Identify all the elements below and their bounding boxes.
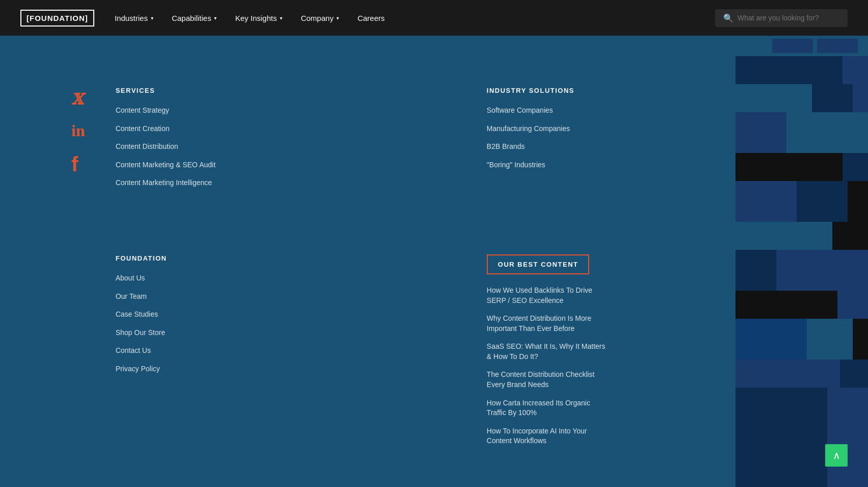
- deco-block: [735, 153, 843, 181]
- deco-block: [843, 56, 868, 84]
- social-sidebar: 𝕏 in f: [71, 87, 85, 487]
- scroll-up-button[interactable]: ∧: [825, 444, 848, 467]
- deco-block: [735, 388, 827, 487]
- link-content-marketing-intelligence[interactable]: Content Marketing Intelligence: [116, 178, 456, 188]
- link-content-strategy[interactable]: Content Strategy: [116, 106, 456, 116]
- deco-block: [735, 250, 776, 291]
- deco-block: [827, 388, 868, 487]
- navbar: [FOUNDATION] Industries ▾ Capabilities ▾…: [0, 0, 868, 36]
- accent-bar: [0, 36, 868, 56]
- deco-block: [735, 56, 843, 84]
- deco-block: [735, 84, 812, 112]
- x-twitter-icon[interactable]: 𝕏: [71, 92, 85, 107]
- link-our-team[interactable]: Our Team: [116, 292, 456, 302]
- deco-block: [735, 360, 840, 388]
- deco-block: [840, 360, 868, 388]
- nav-links: Industries ▾ Capabilities ▾ Key Insights…: [115, 14, 695, 22]
- deco-block: [837, 291, 868, 319]
- deco-block: [735, 319, 807, 360]
- link-content-distribution[interactable]: Content Distribution: [116, 142, 456, 152]
- deco-row-11: [735, 388, 868, 487]
- deco-row-1: [735, 56, 868, 84]
- deco-row-9: [735, 319, 868, 360]
- deco-block: [735, 112, 786, 153]
- deco-block: [832, 222, 868, 250]
- main-content: 𝕏 in f SERVICES Content Strategy Content…: [0, 56, 868, 487]
- link-contact-us[interactable]: Contact Us: [116, 346, 456, 356]
- deco-block: [853, 319, 868, 360]
- best-content-button[interactable]: OUR BEST CONTENT: [487, 254, 590, 274]
- search-bar[interactable]: 🔍: [715, 9, 848, 27]
- link-content-creation[interactable]: Content Creation: [116, 124, 456, 134]
- deco-row-3: [735, 112, 868, 153]
- deco-block: [735, 222, 832, 250]
- accent-rect-2: [817, 39, 858, 53]
- accent-rect-1: [772, 39, 813, 53]
- link-shop-our-store[interactable]: Shop Our Store: [116, 328, 456, 338]
- facebook-icon[interactable]: f: [71, 154, 85, 174]
- search-icon: 🔍: [723, 13, 733, 23]
- chevron-down-icon: ▾: [214, 15, 217, 21]
- deco-block: [735, 291, 837, 319]
- foundation-title: FOUNDATION: [116, 254, 456, 262]
- deco-block: [797, 181, 848, 222]
- deco-row-5: [735, 181, 868, 222]
- deco-block: [812, 84, 853, 112]
- search-input[interactable]: [738, 14, 839, 22]
- nav-company[interactable]: Company ▾: [301, 14, 339, 22]
- deco-row-8: [735, 291, 868, 319]
- link-privacy-policy[interactable]: Privacy Policy: [116, 364, 456, 374]
- deco-row-7: [735, 250, 868, 291]
- deco-block: [786, 112, 868, 153]
- linkedin-icon[interactable]: in: [71, 122, 85, 139]
- deco-row-6: [735, 222, 868, 250]
- deco-row-4: [735, 153, 868, 181]
- nav-industries[interactable]: Industries ▾: [115, 14, 153, 22]
- deco-block: [843, 153, 868, 181]
- menu-area: SERVICES Content Strategy Content Creati…: [116, 87, 827, 487]
- deco-block: [807, 319, 853, 360]
- link-about-us[interactable]: About Us: [116, 273, 456, 284]
- right-decorative: [735, 56, 868, 487]
- nav-capabilities[interactable]: Capabilities ▾: [172, 14, 217, 22]
- foundation-section: FOUNDATION About Us Our Team Case Studie…: [116, 254, 456, 487]
- logo[interactable]: [FOUNDATION]: [20, 10, 94, 27]
- chevron-down-icon: ▾: [280, 15, 282, 21]
- chevron-down-icon: ▾: [336, 15, 339, 21]
- deco-block: [848, 181, 868, 222]
- services-section: SERVICES Content Strategy Content Creati…: [116, 87, 456, 229]
- nav-key-insights[interactable]: Key Insights ▾: [235, 14, 282, 22]
- link-content-marketing-seo[interactable]: Content Marketing & SEO Audit: [116, 160, 456, 170]
- deco-block: [776, 250, 868, 291]
- chevron-down-icon: ▾: [151, 15, 153, 21]
- deco-row-2: [735, 84, 868, 112]
- deco-row-10: [735, 360, 868, 388]
- deco-block: [853, 84, 868, 112]
- deco-block: [735, 181, 797, 222]
- link-case-studies[interactable]: Case Studies: [116, 310, 456, 320]
- services-title: SERVICES: [116, 87, 456, 94]
- nav-careers[interactable]: Careers: [357, 14, 384, 22]
